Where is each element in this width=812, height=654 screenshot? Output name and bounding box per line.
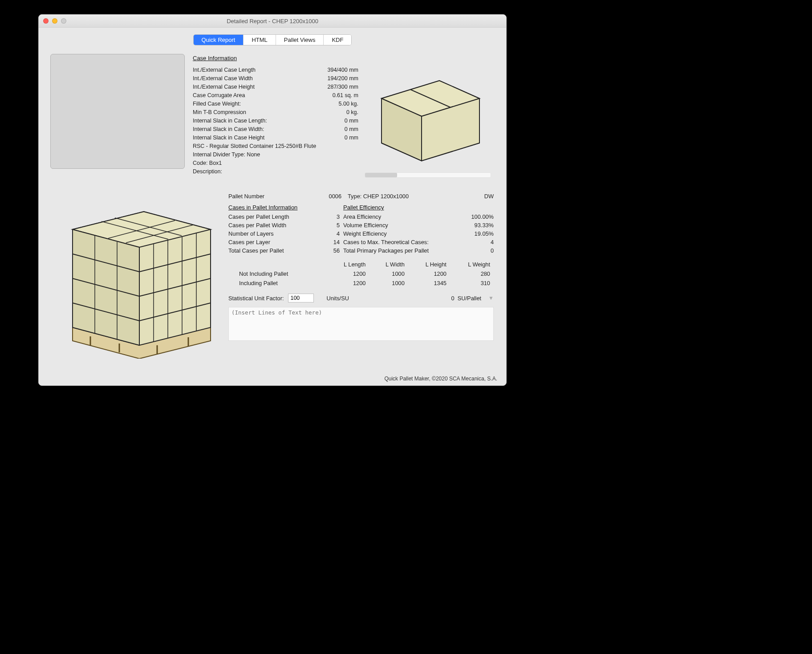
number-of-layers-label: Number of Layers xyxy=(228,229,274,238)
total-cases-value: 56 xyxy=(313,246,340,255)
volume-efficiency-label: Volume Efficiency xyxy=(343,221,388,229)
cases-per-width-label: Cases per Pallet Width xyxy=(228,221,286,229)
slack-height-value: 0 mm xyxy=(345,134,358,142)
window-controls xyxy=(43,18,66,24)
su-per-pallet-label: SU/Pallet xyxy=(458,295,481,302)
pallet-number-value: 0006 xyxy=(321,193,344,200)
stat-unit-factor-input[interactable] xyxy=(288,294,314,302)
corrugate-area-label: Case Corrugate Area xyxy=(193,91,245,100)
dim-h-weight: L Weight xyxy=(450,260,493,269)
units-per-su-label: Units/SU xyxy=(326,295,349,302)
cases-per-width-value: 5 xyxy=(313,221,340,229)
cases-per-layer-label: Cases per Layer xyxy=(228,238,270,246)
pallet-number-label: Pallet Number xyxy=(228,193,317,200)
cases-to-max-value: 4 xyxy=(467,238,494,246)
including-pallet-label: Including Pallet xyxy=(229,279,325,287)
dim-h-height: L Height xyxy=(408,260,449,269)
weight-efficiency-value: 19.05% xyxy=(467,229,494,238)
close-icon[interactable] xyxy=(43,18,49,24)
footer-credits: Quick Pallet Maker, ©2020 SCA Mecanica, … xyxy=(384,376,497,382)
case-height-value: 287/300 mm xyxy=(328,83,358,91)
case-length-label: Int./External Case Length xyxy=(193,66,256,74)
pallet-illustration xyxy=(59,189,224,359)
notes-textarea[interactable] xyxy=(228,307,494,341)
dim-h-width: L Width xyxy=(369,260,407,269)
table-row: Including Pallet 1200 1000 1345 310 xyxy=(229,279,493,287)
pallet-dw: DW xyxy=(476,193,494,200)
slack-width-label: Internal Slack in Case Width: xyxy=(193,125,264,134)
titlebar: Detailed Report - CHEP 1200x1000 xyxy=(39,15,506,28)
area-efficiency-value: 100.00% xyxy=(467,213,494,221)
container-type: RSC - Regular Slotted Container 125-250#… xyxy=(193,142,358,151)
slack-length-label: Internal Slack in Case Length: xyxy=(193,117,267,125)
not-including-pallet-label: Not Including Pallet xyxy=(229,270,325,278)
tab-quick-report[interactable]: Quick Report xyxy=(194,35,244,45)
zoom-icon[interactable] xyxy=(61,18,66,24)
table-row: Not Including Pallet 1200 1000 1200 280 xyxy=(229,270,493,278)
divider-type: Internal Divider Type: None xyxy=(193,151,358,159)
tab-pallet-views[interactable]: Pallet Views xyxy=(276,35,324,45)
case-width-value: 194/200 mm xyxy=(328,74,358,83)
dropdown-icon[interactable]: ▼ xyxy=(486,295,494,301)
case-description: Description: xyxy=(193,168,358,176)
dimensions-table: L Length L Width L Height L Weight Not I… xyxy=(228,259,494,288)
report-window: Detailed Report - CHEP 1200x1000 Quick R… xyxy=(38,14,507,386)
cases-per-length-label: Cases per Pallet Length xyxy=(228,213,289,221)
case-thumbnail xyxy=(50,54,185,169)
total-cases-label: Total Cases per Pallet xyxy=(228,246,284,255)
area-efficiency-label: Area Efficiency xyxy=(343,213,381,221)
case-information-header: Case Information xyxy=(193,54,358,62)
pallet-information: Pallet Number 0006 Type: CHEP 1200x1000 … xyxy=(228,193,494,342)
pallet-efficiency-header: Pallet Efficiency xyxy=(343,204,494,211)
case-information: Case Information Int./External Case Leng… xyxy=(193,54,358,176)
progress-fill xyxy=(365,173,397,177)
cases-in-pallet-header: Cases in Pallet Information xyxy=(228,204,340,211)
weight-efficiency-label: Weight Efficiency xyxy=(343,229,387,238)
primary-packages-value: 0 xyxy=(467,246,494,255)
su-per-pallet-value: 0 xyxy=(451,295,455,302)
case-width-label: Int./External Case Width xyxy=(193,74,253,83)
report-tabs: Quick Report HTML Pallet Views KDF xyxy=(39,34,506,45)
cases-per-length-value: 3 xyxy=(313,213,340,221)
window-title: Detailed Report - CHEP 1200x1000 xyxy=(39,18,506,25)
case-code: Code: Box1 xyxy=(193,159,358,168)
stat-unit-factor-label: Statistical Unit Factor: xyxy=(228,295,284,302)
slack-width-value: 0 mm xyxy=(345,125,358,134)
minimize-icon[interactable] xyxy=(52,18,57,24)
pallet-type: Type: CHEP 1200x1000 xyxy=(348,193,472,200)
filled-weight-value: 5.00 kg. xyxy=(339,100,358,108)
primary-packages-label: Total Primary Packages per Pallet xyxy=(343,246,429,255)
slack-length-value: 0 mm xyxy=(345,117,358,125)
cases-per-layer-value: 14 xyxy=(313,238,340,246)
min-tb-value: 0 kg. xyxy=(346,108,358,117)
slack-height-label: Internal Slack in Case Height xyxy=(193,134,264,142)
cases-to-max-label: Cases to Max. Theoretical Cases: xyxy=(343,238,429,246)
filled-weight-label: Filled Case Weight: xyxy=(193,100,241,108)
tab-kdf[interactable]: KDF xyxy=(324,35,351,45)
dim-h-length: L Length xyxy=(326,260,368,269)
case-length-value: 394/400 mm xyxy=(328,66,358,74)
tab-html[interactable]: HTML xyxy=(244,35,276,45)
case-illustration xyxy=(364,63,493,165)
corrugate-area-value: 0.61 sq. m xyxy=(333,91,358,100)
case-height-label: Int./External Case Height xyxy=(193,83,255,91)
progress-scrubber[interactable] xyxy=(365,172,491,178)
number-of-layers-value: 4 xyxy=(313,229,340,238)
min-tb-label: Min T-B Compression xyxy=(193,108,246,117)
volume-efficiency-value: 93.33% xyxy=(467,221,494,229)
